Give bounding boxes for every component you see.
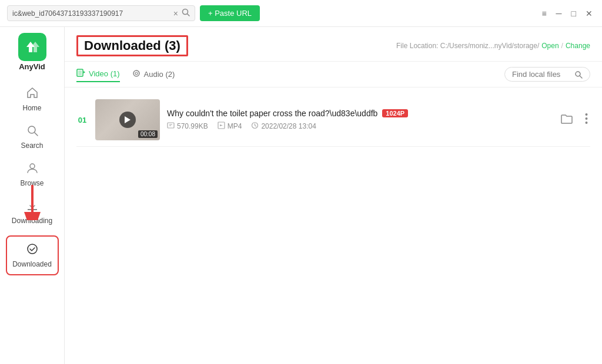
- url-close-icon[interactable]: ×: [173, 9, 178, 18]
- url-search-icon: [182, 8, 190, 18]
- play-icon[interactable]: [119, 112, 136, 128]
- date-icon: [251, 122, 259, 131]
- more-options-button[interactable]: [583, 110, 590, 130]
- svg-point-4: [30, 164, 35, 168]
- svg-point-22: [586, 122, 588, 124]
- logo-area: AnyVid: [18, 33, 46, 71]
- find-local-input[interactable]: [512, 70, 571, 79]
- title-bar: ic&web_id70643713193337190917 × + Paste …: [0, 0, 602, 27]
- sidebar-item-downloaded[interactable]: Downloaded: [6, 235, 59, 275]
- svg-line-13: [580, 76, 582, 78]
- svg-rect-9: [78, 70, 82, 75]
- tab-video[interactable]: Video (1): [76, 66, 120, 82]
- search-icon: [26, 124, 39, 139]
- svg-line-3: [35, 133, 38, 136]
- file-location-label: File Location: C:/Users/moniz...nyVid/st…: [396, 42, 539, 50]
- paste-url-button[interactable]: + Paste URL: [200, 5, 260, 21]
- duration-badge: 00:08: [138, 130, 158, 138]
- page-title: Downloaded (3): [76, 35, 188, 56]
- meta-date: 2022/02/28 13:04: [251, 122, 316, 131]
- video-title: Why couldn't the toilet paper cross the …: [167, 109, 551, 118]
- video-title-text: Why couldn't the toilet paper cross the …: [167, 109, 377, 118]
- video-thumbnail[interactable]: 00:08: [95, 99, 160, 140]
- quality-badge: 1024P: [382, 109, 408, 117]
- table-row: 01 00:08 Why couldn't the toilet paper c…: [76, 93, 590, 147]
- audio-tab-icon: [132, 69, 141, 79]
- svg-point-21: [586, 117, 588, 120]
- window-controls: ≡ ─ □ ✕: [539, 8, 595, 19]
- sidebar-item-browse[interactable]: Browse: [6, 156, 59, 193]
- svg-point-7: [28, 244, 37, 254]
- content-header: Downloaded (3) File Location: C:/Users/m…: [65, 27, 602, 62]
- svg-marker-14: [125, 116, 131, 123]
- sidebar-item-home[interactable]: Home: [6, 80, 59, 118]
- menu-button[interactable]: ≡: [539, 8, 549, 19]
- file-location: File Location: C:/Users/moniz...nyVid/st…: [396, 42, 590, 50]
- change-link[interactable]: Change: [566, 42, 590, 50]
- audio-tab-label: Audio (2): [144, 70, 175, 79]
- separator: /: [561, 42, 563, 50]
- open-link[interactable]: Open: [541, 42, 558, 50]
- content-area: Downloaded (3) File Location: C:/Users/m…: [65, 27, 602, 364]
- file-date: 2022/02/28 13:04: [261, 122, 316, 130]
- file-format: MP4: [228, 122, 242, 130]
- svg-point-2: [28, 126, 35, 133]
- minimize-button[interactable]: ─: [554, 8, 564, 19]
- svg-point-11: [135, 72, 138, 75]
- tab-audio[interactable]: Audio (2): [132, 67, 175, 82]
- video-tab-icon: [76, 69, 86, 79]
- open-folder-button[interactable]: [558, 110, 576, 130]
- sidebar: AnyVid Home Search: [0, 27, 65, 364]
- app-logo-icon: [18, 33, 46, 61]
- format-icon: [218, 122, 225, 131]
- downloaded-icon: [26, 242, 39, 258]
- svg-line-1: [188, 14, 190, 16]
- sidebar-home-label: Home: [22, 104, 41, 112]
- tabs-bar: Video (1) Audio (2): [65, 62, 602, 87]
- video-list: 01 00:08 Why couldn't the toilet paper c…: [65, 87, 602, 364]
- url-text: ic&web_id70643713193337190917: [12, 9, 170, 18]
- video-meta: 570.99KB MP4: [167, 122, 551, 131]
- browse-icon: [26, 161, 39, 177]
- app-name: AnyVid: [19, 62, 45, 71]
- url-bar: ic&web_id70643713193337190917 ×: [7, 5, 195, 21]
- sidebar-item-search[interactable]: Search: [6, 118, 59, 156]
- file-size: 570.99KB: [177, 122, 208, 130]
- maximize-button[interactable]: □: [569, 8, 578, 19]
- meta-format: MP4: [218, 122, 242, 131]
- find-local-search[interactable]: [504, 67, 590, 82]
- meta-size: 570.99KB: [167, 122, 208, 131]
- video-actions: [558, 110, 590, 130]
- arrow-overlay: [22, 185, 43, 222]
- sidebar-search-label: Search: [21, 141, 43, 150]
- size-icon: [167, 122, 175, 131]
- home-icon: [26, 86, 39, 102]
- svg-point-20: [586, 113, 588, 116]
- main-layout: AnyVid Home Search: [0, 27, 602, 364]
- video-tab-label: Video (1): [89, 69, 120, 78]
- item-number: 01: [76, 116, 88, 124]
- video-info: Why couldn't the toilet paper cross the …: [167, 109, 551, 131]
- sidebar-downloaded-label: Downloaded: [12, 260, 52, 268]
- close-button[interactable]: ✕: [583, 8, 595, 19]
